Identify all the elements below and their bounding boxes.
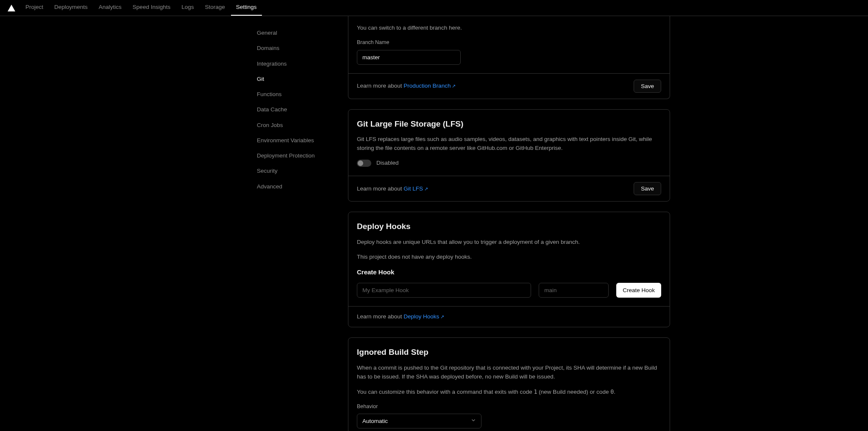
sidebar-item-integrations[interactable]: Integrations — [257, 56, 348, 72]
lfs-learn-more: Learn more about Git LFS↗ — [357, 185, 428, 193]
branch-name-input[interactable] — [357, 50, 461, 65]
deploy-hooks-link[interactable]: Deploy Hooks↗ — [403, 313, 444, 320]
ignored-title: Ignored Build Step — [357, 346, 661, 359]
lfs-toggle[interactable] — [357, 160, 371, 167]
tab-storage[interactable]: Storage — [200, 0, 230, 16]
external-link-icon: ↗ — [440, 313, 444, 320]
lfs-desc: Git LFS replaces large files such as aud… — [357, 135, 661, 153]
hook-branch-input[interactable] — [539, 283, 609, 298]
ignored-desc1: When a commit is pushed to the Git repos… — [357, 364, 661, 381]
tab-settings[interactable]: Settings — [231, 0, 262, 16]
sidebar-item-deployment-protection[interactable]: Deployment Protection — [257, 148, 348, 163]
sidebar-item-security[interactable]: Security — [257, 163, 348, 179]
hooks-learn-more: Learn more about Deploy Hooks↗ — [357, 312, 444, 321]
git-lfs-card: Git Large File Storage (LFS) Git LFS rep… — [348, 109, 670, 202]
settings-sidebar: General Domains Integrations Git Functio… — [117, 16, 348, 431]
sidebar-item-functions[interactable]: Functions — [257, 87, 348, 102]
branch-name-label: Branch Name — [357, 39, 661, 47]
external-link-icon: ↗ — [424, 185, 428, 193]
git-lfs-link[interactable]: Git LFS↗ — [403, 185, 428, 192]
sidebar-item-env-vars[interactable]: Environment Variables — [257, 133, 348, 148]
deploy-hooks-card: Deploy Hooks Deploy hooks are unique URL… — [348, 212, 670, 327]
hooks-title: Deploy Hooks — [357, 221, 661, 233]
hooks-desc2: This project does not have any deploy ho… — [357, 253, 661, 262]
sidebar-item-advanced[interactable]: Advanced — [257, 179, 348, 194]
behavior-label: Behavior — [357, 403, 661, 411]
sidebar-item-git[interactable]: Git — [257, 72, 348, 87]
branch-learn-more: Learn more about Production Branch↗ — [357, 82, 456, 90]
create-hook-subtitle: Create Hook — [357, 268, 661, 277]
sidebar-item-data-cache[interactable]: Data Cache — [257, 102, 348, 117]
tab-analytics[interactable]: Analytics — [94, 0, 127, 16]
top-nav: Project Deployments Analytics Speed Insi… — [0, 0, 868, 16]
external-link-icon: ↗ — [452, 83, 456, 90]
branch-save-button[interactable]: Save — [634, 80, 661, 93]
vercel-logo-icon[interactable] — [8, 5, 15, 11]
tab-speed-insights[interactable]: Speed Insights — [128, 0, 175, 16]
hook-name-input[interactable] — [357, 283, 531, 298]
nav-tabs: Project Deployments Analytics Speed Insi… — [20, 0, 262, 16]
lfs-save-button[interactable]: Save — [634, 182, 661, 195]
ignored-build-step-card: Ignored Build Step When a commit is push… — [348, 337, 670, 431]
create-hook-button[interactable]: Create Hook — [616, 283, 661, 298]
branch-desc: You can switch to a different branch her… — [357, 24, 661, 33]
sidebar-item-general[interactable]: General — [257, 25, 348, 41]
lfs-toggle-label: Disabled — [376, 159, 399, 167]
hooks-desc1: Deploy hooks are unique URLs that allow … — [357, 238, 661, 247]
production-branch-link[interactable]: Production Branch↗ — [403, 83, 456, 89]
ignored-desc2: You can customize this behavior with a c… — [357, 387, 661, 397]
sidebar-item-cron-jobs[interactable]: Cron Jobs — [257, 118, 348, 133]
behavior-select[interactable]: Automatic — [357, 414, 481, 428]
sidebar-item-domains[interactable]: Domains — [257, 41, 348, 56]
content: You can switch to a different branch her… — [348, 16, 670, 431]
tab-logs[interactable]: Logs — [176, 0, 199, 16]
tab-project[interactable]: Project — [20, 0, 48, 16]
toggle-knob-icon — [358, 160, 363, 166]
tab-deployments[interactable]: Deployments — [49, 0, 93, 16]
production-branch-card: You can switch to a different branch her… — [348, 16, 670, 99]
lfs-title: Git Large File Storage (LFS) — [357, 118, 661, 130]
